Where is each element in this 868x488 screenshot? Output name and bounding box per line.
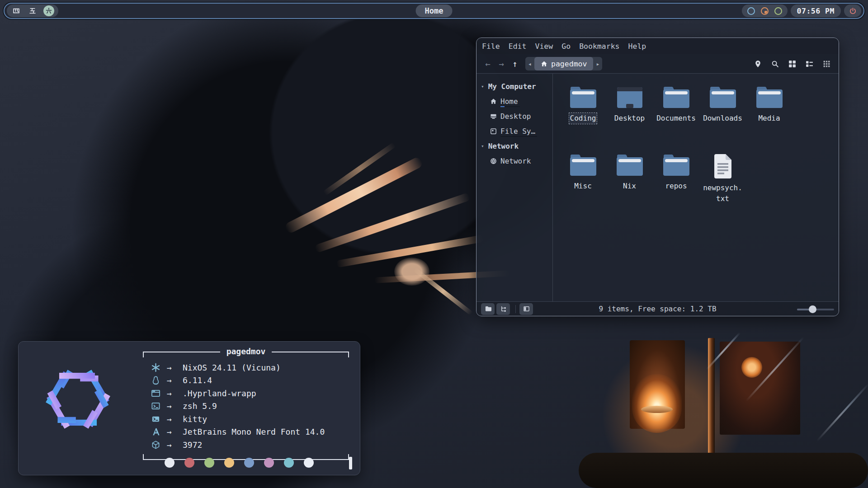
path-breadcrumb: ◂ pagedmov ▸: [525, 57, 602, 70]
desktop-icon: [490, 113, 497, 120]
palette-dot: [224, 458, 234, 468]
file-item-coding[interactable]: Coding: [560, 83, 606, 150]
file-manager-window: File Edit View Go Bookmarks Help ← → ↑ ◂…: [476, 38, 839, 316]
globe-icon: [490, 158, 497, 164]
sidebar-item-network[interactable]: Network: [481, 154, 552, 169]
power-button[interactable]: [844, 5, 861, 17]
home-icon: [541, 61, 547, 67]
system-tray: [742, 5, 788, 17]
breadcrumb-next-button[interactable]: ▸: [593, 61, 602, 67]
breadcrumb-current-segment[interactable]: pagedmov: [534, 57, 593, 70]
menu-edit[interactable]: Edit: [509, 42, 527, 51]
file-item-media[interactable]: Media: [746, 83, 793, 150]
file-item-newpsych-txt[interactable]: newpsych.txt: [699, 150, 746, 218]
wallpaper-light-streak: [816, 383, 868, 441]
list-view-button[interactable]: [806, 60, 813, 68]
side-pane-icon: [523, 305, 530, 312]
terminal-icon: [150, 414, 161, 424]
location-pin-icon: [754, 60, 762, 68]
fetch-row-kernel: → 6.11.4: [150, 374, 349, 387]
zoom-slider[interactable]: [797, 303, 834, 315]
compact-view-button[interactable]: [823, 60, 830, 68]
font-icon: [150, 427, 161, 437]
places-pane-icon: [485, 305, 491, 312]
sidebar-item-label: Desktop: [500, 112, 531, 121]
fetch-info-panel: pagedmov → NixOS 24.11 (Vicuna): [143, 351, 349, 466]
workspace-6-button-active[interactable]: [43, 5, 54, 16]
palette-dot: [304, 458, 314, 468]
search-button[interactable]: [771, 60, 779, 68]
file-item-nix[interactable]: Nix: [606, 150, 653, 218]
menu-file[interactable]: File: [482, 42, 500, 51]
up-button[interactable]: ↑: [508, 57, 522, 70]
file-item-documents[interactable]: Documents: [653, 83, 699, 150]
active-window-title: Home: [416, 5, 453, 17]
list-view-icon: [806, 60, 813, 68]
fetch-row-shell: → zsh 5.9: [150, 400, 349, 413]
fetch-font-value: JetBrains Mono Nerd Font 14.0: [183, 427, 325, 436]
file-item-repos[interactable]: repos: [653, 150, 699, 218]
menu-bookmarks[interactable]: Bookmarks: [579, 42, 619, 51]
back-button[interactable]: ←: [481, 57, 495, 70]
fetch-hostname: pagedmov: [220, 347, 272, 356]
fetch-widget: pagedmov → NixOS 24.11 (Vicuna): [18, 341, 360, 475]
sidebar-section-network[interactable]: ▾ Network: [481, 139, 552, 154]
icon-view-button[interactable]: [788, 60, 796, 68]
sidebar-section-my-computer[interactable]: ▾ My Computer: [481, 79, 552, 94]
sidebar-item-file-system[interactable]: File Sy…: [481, 124, 552, 139]
terminal-color-palette: [165, 458, 314, 468]
file-label: repos: [664, 181, 688, 192]
cjk-six-glyph-icon: [45, 7, 52, 14]
wallpaper-face-glow: [394, 258, 429, 286]
palette-dot: [264, 458, 274, 468]
arrow-icon: →: [167, 440, 177, 450]
palette-dot: [184, 458, 194, 468]
arrow-icon: →: [167, 427, 177, 436]
palette-dot: [204, 458, 214, 468]
fetch-row-os: → NixOS 24.11 (Vicuna): [150, 361, 349, 374]
workspace-4-button[interactable]: [11, 5, 22, 16]
toggle-side-pane-button[interactable]: [519, 303, 533, 315]
location-pin-button[interactable]: [754, 60, 762, 68]
menu-view[interactable]: View: [535, 42, 553, 51]
file-label: Documents: [656, 113, 697, 124]
menu-go[interactable]: Go: [561, 42, 571, 51]
tray-recorder-indicator-icon[interactable]: [761, 7, 769, 15]
menu-help[interactable]: Help: [628, 42, 646, 51]
folder-icon: [709, 85, 737, 109]
compact-view-icon: [823, 60, 830, 68]
statusbar-separator: [515, 305, 516, 313]
breadcrumb-prev-button[interactable]: ◂: [525, 61, 534, 67]
chevron-down-icon[interactable]: ▾: [481, 143, 484, 149]
file-item-downloads[interactable]: Downloads: [699, 83, 746, 150]
linux-kernel-icon: [150, 375, 161, 385]
fetch-wm-value: .Hyprland-wrapp: [183, 389, 256, 398]
palette-dot: [284, 458, 294, 468]
sidebar-item-desktop[interactable]: Desktop: [481, 109, 552, 124]
forward-button[interactable]: →: [495, 57, 508, 70]
filesystem-icon: [490, 128, 497, 135]
folder-icon: [755, 85, 783, 109]
tray-green-indicator-icon[interactable]: [774, 7, 782, 15]
file-item-desktop[interactable]: Desktop: [606, 83, 653, 150]
folder-icon: [662, 85, 690, 109]
show-places-button[interactable]: [481, 303, 495, 315]
workspace-5-button[interactable]: [27, 5, 38, 16]
scrollbar-thumb[interactable]: [349, 457, 352, 469]
icon-view-icon: [788, 60, 796, 68]
show-directory-tree-button[interactable]: [496, 303, 510, 315]
file-item-misc[interactable]: Misc: [560, 150, 606, 218]
chevron-down-icon[interactable]: ▾: [481, 84, 484, 89]
tray-blue-indicator-icon[interactable]: [747, 7, 755, 15]
folder-icon: [616, 153, 644, 177]
zoom-slider-handle[interactable]: [809, 305, 816, 313]
arrow-icon: →: [167, 389, 177, 398]
breadcrumb-label: pagedmov: [551, 60, 587, 68]
folder-icon: [569, 85, 597, 109]
file-label: Nix: [622, 181, 637, 192]
wallpaper-candle-flame: [632, 374, 682, 433]
menu-bar: File Edit View Go Bookmarks Help: [476, 38, 839, 54]
fetch-os-value: NixOS 24.11 (Vicuna): [183, 363, 281, 372]
sidebar-item-home[interactable]: Home: [481, 94, 552, 109]
sidebar-item-label: Home: [500, 97, 518, 106]
